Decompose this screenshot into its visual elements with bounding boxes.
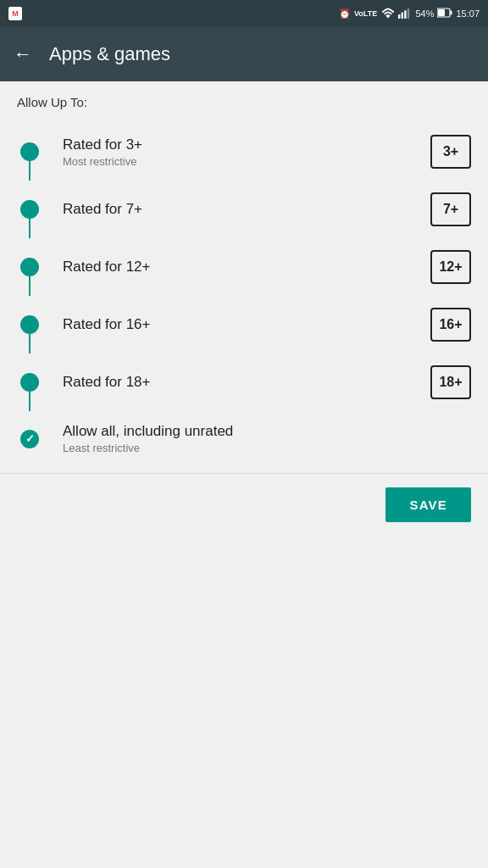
rating-badge-3: 3+: [430, 135, 471, 169]
radio-dot: [20, 373, 39, 392]
save-button[interactable]: SAVE: [385, 487, 471, 522]
svg-rect-2: [402, 12, 403, 18]
allow-up-to-label: Allow Up To:: [0, 95, 488, 123]
item-text: Rated for 16+: [59, 316, 430, 333]
item-title: Allow all, including unrated: [63, 423, 471, 440]
item-subtitle: Least restrictive: [63, 442, 471, 454]
svg-rect-3: [405, 10, 407, 19]
rating-badge-12: 12+: [430, 250, 471, 284]
app-bar-title: Apps & games: [49, 43, 170, 65]
back-button[interactable]: ←: [14, 43, 32, 65]
timeline-col: ✓: [0, 430, 59, 448]
item-title: Rated for 16+: [63, 316, 430, 333]
battery-text: 54%: [415, 8, 434, 19]
rating-badge-16: 16+: [430, 308, 471, 342]
radio-dot-selected: ✓: [20, 430, 39, 448]
battery-icon: [437, 8, 452, 19]
alarm-icon: ⏰: [339, 8, 351, 19]
rating-badge-7: 7+: [430, 192, 471, 226]
radio-dot: [20, 142, 39, 161]
status-bar: M ⏰ VoLTE 54%: [0, 0, 488, 27]
save-area: SAVE: [0, 473, 488, 536]
list-item-selected[interactable]: ✓ Allow all, including unrated Least res…: [0, 411, 488, 466]
status-bar-left: M: [8, 7, 22, 20]
vol-lte-icon: VoLTE: [354, 7, 378, 20]
rating-list: Rated for 3+ Most restrictive 3+ Rated f…: [0, 123, 488, 466]
svg-rect-6: [451, 11, 452, 15]
list-item[interactable]: Rated for 7+ 7+: [0, 181, 488, 238]
item-title: Rated for 18+: [63, 374, 430, 391]
rating-badge-18: 18+: [430, 365, 471, 399]
timeline-col: [0, 200, 59, 219]
item-title: Rated for 3+: [63, 136, 430, 153]
list-item[interactable]: Rated for 12+ 12+: [0, 238, 488, 296]
checkmark-icon: ✓: [25, 432, 35, 445]
svg-text:VoLTE: VoLTE: [354, 9, 377, 18]
radio-dot: [20, 200, 39, 219]
item-text: Rated for 7+: [59, 201, 430, 218]
list-item[interactable]: Rated for 18+ 18+: [0, 353, 488, 411]
radio-dot: [20, 258, 39, 276]
svg-rect-1: [398, 14, 400, 19]
timeline-col: [0, 315, 59, 334]
list-item[interactable]: Rated for 3+ Most restrictive 3+: [0, 123, 488, 181]
item-title: Rated for 7+: [63, 201, 430, 218]
wifi-icon: [381, 8, 395, 20]
item-text: Rated for 3+ Most restrictive: [59, 136, 430, 168]
item-text: Allow all, including unrated Least restr…: [59, 423, 471, 454]
timeline-col: [0, 258, 59, 276]
item-subtitle: Most restrictive: [63, 155, 430, 168]
radio-dot: [20, 315, 39, 334]
svg-rect-7: [438, 9, 445, 16]
item-title: Rated for 12+: [63, 259, 430, 275]
time: 15:07: [456, 8, 480, 19]
svg-rect-4: [408, 8, 409, 18]
signal-icon: [398, 8, 412, 20]
app-bar: ← Apps & games: [0, 27, 488, 81]
timeline-col: [0, 142, 59, 161]
item-text: Rated for 18+: [59, 374, 430, 391]
timeline-col: [0, 373, 59, 392]
status-bar-right: ⏰ VoLTE 54%: [339, 7, 480, 20]
list-item[interactable]: Rated for 16+ 16+: [0, 296, 488, 353]
gmail-icon: M: [8, 7, 22, 20]
content-area: Allow Up To: Rated for 3+ Most restricti…: [0, 81, 488, 549]
item-text: Rated for 12+: [59, 259, 430, 275]
